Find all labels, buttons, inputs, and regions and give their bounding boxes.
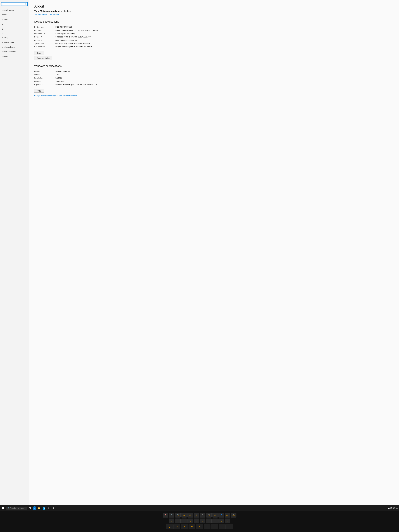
key-0[interactable]: =0 [225, 519, 230, 523]
svg-rect-1 [3, 507, 4, 508]
svg-rect-6 [30, 508, 31, 509]
taskbar-settings-button[interactable]: ⚙ [51, 506, 55, 510]
spec-row-pen-touch: Pen and touch No pen or touch input is a… [34, 45, 394, 48]
sidebar-item-2[interactable]: & sleep [0, 17, 29, 22]
key-f8[interactable]: ⌨F8 [206, 513, 212, 518]
sidebar-item-5[interactable]: et [0, 31, 29, 36]
search-icon: 🔍 [25, 3, 27, 5]
spec-value-device-id: 64913211-07D6-4D3D-A633-BE12A778CA6C [55, 36, 394, 38]
key-f6[interactable]: ☀+F6 [194, 513, 199, 518]
spec-label-installed-on: Installed on [34, 77, 55, 79]
sidebar-item-1[interactable]: assist [0, 13, 29, 17]
sidebar-item-4[interactable]: ge [0, 26, 29, 31]
windows-specs-title: Windows specifications [34, 64, 394, 68]
sidebar-item-9[interactable]: stem Components [0, 49, 29, 54]
security-link[interactable]: See details in Windows Security [34, 13, 59, 15]
weather-icon: ☁ [388, 507, 390, 509]
taskbar-search-label: Type here to search [10, 507, 24, 509]
spec-label-version: Version [34, 74, 55, 76]
spec-value-device-name: DESKTOP-7N6O2N3 [55, 26, 394, 28]
weather-widget[interactable]: ☁ 18°C Mostl [388, 507, 398, 509]
sidebar: 🔍 ations & actions assist & sleep y ge e… [0, 0, 29, 505]
key-f12[interactable]: ★F12 [231, 513, 236, 518]
taskbar-search-area[interactable]: 🔍 Type here to search [6, 507, 27, 510]
key-t[interactable]: T [196, 524, 203, 529]
sidebar-item-3[interactable]: y [0, 22, 29, 26]
windows-specs-table: Edition Windows 10 Pro N Version 22H2 In… [34, 70, 394, 86]
key-i[interactable]: I [219, 524, 226, 529]
spec-row-processor: Processor Intel(R) Core(TM) i5-8250U CPU… [34, 29, 394, 32]
sidebar-item-7[interactable]: ecting to this PC [0, 40, 29, 45]
spec-value-version: 22H2 [55, 74, 394, 76]
key-f4[interactable]: ✕F4 [181, 513, 187, 518]
spec-row-os-build: OS build 19045.3930 [34, 80, 394, 83]
key-u[interactable]: U [211, 524, 218, 529]
sidebar-search-input[interactable] [2, 3, 25, 5]
spec-value-edition: Windows 10 Pro N [55, 70, 394, 72]
key-f11[interactable]: F11 [225, 513, 230, 518]
svg-rect-0 [2, 507, 3, 508]
key-6[interactable]: &6 [200, 519, 205, 523]
taskbar-task-view-button[interactable] [28, 506, 32, 510]
taskbar-explorer-button[interactable]: 📁 [37, 506, 41, 510]
spec-label-device-id: Device ID [34, 36, 55, 38]
spec-row-product-id: Product ID 00331-60000-00000-AA798 [34, 38, 394, 42]
spec-row-ram: Installed RAM 8.00 GB (7.89 GB usable) [34, 32, 394, 35]
key-y[interactable]: Y [204, 524, 210, 529]
key-f2[interactable]: 🔉F2 [169, 513, 174, 518]
spec-value-system-type: 64-bit operating system, x64-based proce… [55, 43, 394, 44]
key-f5[interactable]: ☀-F5 [188, 513, 193, 518]
taskbar-start-button[interactable] [1, 506, 5, 510]
spec-label-edition: Edition [34, 70, 55, 72]
key-f7[interactable]: 🖥F7 [200, 513, 205, 518]
key-w[interactable]: W [173, 524, 180, 529]
sidebar-item-6[interactable]: titasking [0, 36, 29, 40]
key-f9[interactable]: ⚙F9 [212, 513, 218, 518]
spec-value-product-id: 00331-60000-00000-AA798 [55, 39, 394, 41]
search-icon: 🔍 [8, 507, 10, 509]
key-e[interactable]: E [181, 524, 188, 529]
key-f1[interactable]: 🔇F1 [163, 513, 168, 518]
key-2[interactable]: "2 [175, 519, 181, 523]
taskbar-mail-button[interactable]: ✉ [46, 506, 51, 510]
page-title: About [34, 4, 394, 8]
spec-label-product-id: Product ID [34, 39, 55, 41]
device-specs-table: Device name DESKTOP-7N6O2N3 Processor In… [34, 25, 394, 48]
weather-text: 18°C Mostl [390, 507, 398, 509]
taskbar-store-button[interactable]: ⊞ [42, 506, 46, 510]
spec-label-os-build: OS build [34, 80, 55, 82]
spec-label-device-name: Device name [34, 26, 55, 28]
spec-label-pen-touch: Pen and touch [34, 46, 55, 48]
rename-pc-button[interactable]: Rename this PC [34, 56, 52, 60]
svg-rect-3 [3, 508, 4, 509]
taskbar: 🔍 Type here to search e 📁 ⊞ ✉ ⚙ ☁ 18°C M… [0, 505, 399, 511]
spec-row-version: Version 22H2 [34, 73, 394, 76]
key-f10[interactable]: 🔵F10 [219, 513, 224, 518]
sidebar-item-0[interactable]: ations & actions [0, 8, 29, 13]
key-9[interactable]: )9 [219, 519, 224, 523]
key-8[interactable]: (8 [212, 519, 218, 523]
key-7[interactable]: /7 [206, 519, 212, 523]
spec-row-device-name: Device name DESKTOP-7N6O2N3 [34, 25, 394, 29]
taskbar-edge-button[interactable]: e [33, 506, 36, 510]
key-1[interactable]: !1 [169, 519, 174, 523]
device-specs-title: Device specifications [34, 20, 394, 23]
copy-device-specs-button[interactable]: Copy [34, 51, 44, 55]
change-product-key-link[interactable]: Change product key or upgrade your editi… [34, 95, 77, 97]
key-o[interactable]: O [226, 524, 233, 529]
sidebar-item-8[interactable]: ared experiences [0, 45, 29, 49]
key-5[interactable]: %5 [194, 519, 199, 523]
copy-windows-specs-button[interactable]: Copy [34, 89, 44, 93]
spec-value-pen-touch: No pen or touch input is available for t… [55, 46, 394, 48]
spec-value-ram: 8.00 GB (7.89 GB usable) [55, 33, 394, 35]
key-r[interactable]: R [189, 524, 195, 529]
sidebar-item-10[interactable]: ipboard [0, 54, 29, 59]
key-f3[interactable]: 🔊F3 [175, 513, 181, 518]
security-status: Your PC is monitored and protected. [34, 10, 394, 13]
key-3[interactable]: #3 [181, 519, 187, 523]
function-key-row: 🔇F1 🔉F2 🔊F3 ✕F4 ☀-F5 ☀+F6 🖥F7 ⌨F8 ⚙F9 🔵F… [3, 513, 396, 518]
spec-value-installed-on: 8/1/2023 [55, 77, 394, 79]
key-q[interactable]: Q [166, 524, 173, 529]
key-4[interactable]: $4 [188, 519, 193, 523]
sidebar-search-box[interactable]: 🔍 [1, 2, 28, 6]
